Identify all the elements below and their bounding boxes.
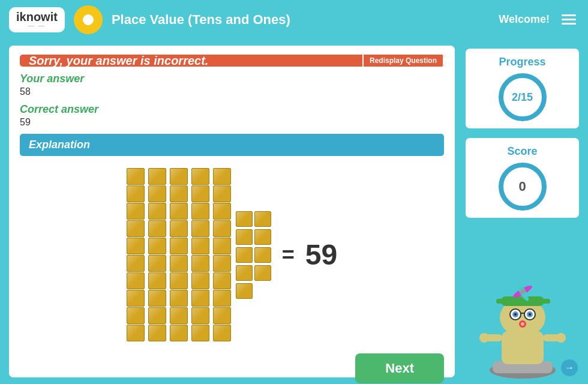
cube — [127, 307, 145, 324]
cube — [213, 185, 231, 202]
cube — [191, 203, 209, 220]
cube — [213, 325, 231, 341]
incorrect-banner: Sorry, your answer is incorrect. Redispl… — [20, 55, 444, 67]
answer-display-number: 59 — [305, 238, 337, 271]
cube — [127, 220, 145, 237]
logo-text: iknowit — [16, 11, 58, 23]
tens-stack-3 — [170, 168, 188, 341]
your-answer-label: Your answer — [20, 73, 444, 85]
welcome-text: Welcome! — [499, 13, 550, 26]
svg-point-5 — [479, 333, 489, 343]
cube — [148, 325, 166, 341]
progress-circle: 2/15 — [499, 73, 547, 121]
svg-point-6 — [556, 333, 566, 343]
svg-point-16 — [529, 313, 531, 316]
progress-value: 2/15 — [512, 91, 533, 104]
header: iknowit — — Place Value (Tens and Ones) … — [0, 0, 588, 39]
topic-title: Place Value (Tens and Ones) — [112, 12, 490, 28]
cube — [170, 238, 188, 254]
hamburger-menu[interactable] — [559, 11, 579, 28]
ones-row-5 — [236, 283, 253, 299]
main-area: Sorry, your answer is incorrect. Redispl… — [0, 39, 588, 384]
cube — [127, 272, 145, 289]
cube — [170, 168, 188, 185]
cube — [213, 220, 231, 237]
cube — [191, 290, 209, 307]
bottom-bar: Next — [20, 353, 444, 383]
next-button[interactable]: Next — [355, 353, 444, 383]
cube — [170, 220, 188, 237]
cube — [191, 168, 209, 185]
explanation-bar: Explanation — [20, 134, 444, 156]
explanation-label: Explanation — [29, 139, 90, 151]
robot-character — [475, 283, 571, 379]
redisplay-button[interactable]: Redisplay Question — [362, 55, 444, 67]
cube — [191, 307, 209, 324]
incorrect-message: Sorry, your answer is incorrect. — [29, 55, 208, 67]
hamburger-line-2 — [562, 19, 576, 20]
cube — [213, 307, 231, 324]
score-section: Score 0 — [464, 136, 581, 220]
your-answer-section: Your answer 58 — [20, 73, 444, 97]
cube — [191, 185, 209, 202]
cube — [148, 203, 166, 220]
cube — [127, 325, 145, 341]
cube — [170, 255, 188, 272]
ones-cube — [254, 229, 271, 245]
cube — [148, 185, 166, 202]
cube — [191, 325, 209, 341]
cube — [148, 290, 166, 307]
correct-answer-section: Correct answer 59 — [20, 103, 444, 128]
score-value: 0 — [518, 179, 526, 194]
ones-row-3 — [236, 247, 271, 263]
cube — [170, 185, 188, 202]
cube — [170, 325, 188, 341]
progress-label: Progress — [499, 56, 545, 68]
score-label: Score — [507, 145, 537, 158]
cube — [213, 272, 231, 289]
left-panel: Sorry, your answer is incorrect. Redispl… — [7, 44, 457, 379]
cube — [127, 203, 145, 220]
ones-blocks-group — [236, 211, 271, 299]
robot-area: → — [464, 226, 581, 379]
cube — [127, 168, 145, 185]
ones-cube — [236, 211, 253, 227]
hamburger-line-3 — [562, 23, 576, 25]
score-circle: 0 — [499, 163, 547, 211]
cube — [127, 290, 145, 307]
cube — [191, 220, 209, 237]
cube — [127, 255, 145, 272]
svg-rect-23 — [496, 299, 550, 304]
cube — [127, 185, 145, 202]
cube — [213, 255, 231, 272]
correct-answer-value: 59 — [20, 117, 444, 128]
cube — [148, 272, 166, 289]
cube — [170, 290, 188, 307]
tens-blocks-group — [127, 168, 231, 341]
svg-point-11 — [514, 313, 517, 316]
cube — [127, 238, 145, 254]
tens-stack-1 — [127, 168, 145, 341]
hamburger-line-1 — [562, 14, 576, 16]
topic-icon-inner — [83, 14, 94, 25]
cube — [191, 238, 209, 254]
ones-cube — [236, 283, 253, 299]
arrow-icon[interactable]: → — [561, 359, 578, 376]
cube — [213, 238, 231, 254]
correct-answer-label: Correct answer — [20, 103, 444, 116]
cube — [213, 203, 231, 220]
ones-cube — [254, 265, 271, 281]
tens-stack-4 — [191, 168, 209, 341]
ones-row-2 — [236, 229, 271, 245]
ones-cube — [236, 247, 253, 263]
logo-sub: — — — [28, 23, 46, 29]
cube — [148, 168, 166, 185]
cube — [170, 203, 188, 220]
cube — [148, 307, 166, 324]
tens-stack-5 — [213, 168, 231, 341]
cube — [170, 272, 188, 289]
ones-cube — [236, 229, 253, 245]
equals-sign: = — [282, 242, 295, 268]
visual-area: = 59 — [20, 162, 444, 347]
svg-point-27 — [520, 289, 525, 294]
